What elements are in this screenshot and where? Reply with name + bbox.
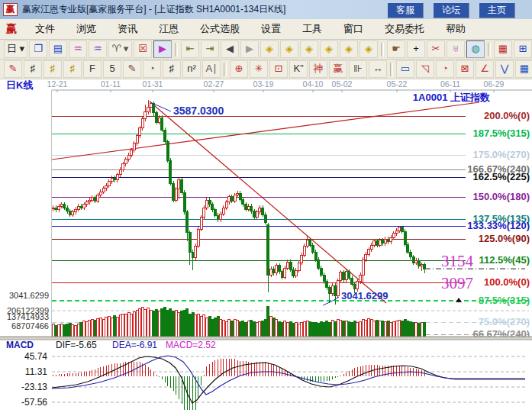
chart-text: 04-10 [303, 79, 324, 89]
menu-item-7[interactable]: 窗口 [333, 19, 374, 39]
kline-period-button[interactable]: 日 ▾ [4, 40, 27, 58]
chart-text: -23.13 [21, 382, 47, 392]
menu-item-8[interactable]: 交易委托 [374, 19, 435, 39]
menu-item-4[interactable]: 公式选股 [189, 19, 250, 39]
candle-body [147, 107, 150, 112]
cycle-tool-button[interactable]: ◍ [466, 40, 485, 58]
candle-body [365, 254, 367, 260]
candle-body [105, 185, 108, 189]
pin-tool-button[interactable]: ♈ ▾ [108, 40, 132, 58]
gann-diamond-3-button[interactable]: ◈ [300, 40, 318, 58]
chart-text: 137414933 [7, 312, 49, 321]
gann-diamond-5-button[interactable]: ◈ [340, 40, 358, 58]
macd-header: MACD DIF=-5.65 DEA=-6.91 MACD=2.52 [0, 340, 532, 350]
volume-bar [158, 311, 160, 337]
gann-diamond-6-button[interactable]: ◈ [360, 40, 378, 58]
volume-bar [298, 324, 300, 337]
candle-body [122, 164, 124, 169]
price-chart[interactable]: 12-2101-1101-3102-2703-1904-1005-0205-22… [0, 79, 532, 416]
kline-mark-button[interactable]: K” [289, 60, 308, 78]
square-target-button[interactable]: ⊡ [269, 60, 288, 78]
fan-square-button[interactable]: ⊠ [456, 60, 474, 78]
fence-1-button[interactable]: ♯ [24, 60, 42, 78]
menu-item-1[interactable]: 浏览 [66, 19, 107, 39]
target-circle-button[interactable]: ⊕ [230, 60, 248, 78]
volume-bar [348, 321, 350, 337]
candle-body [91, 198, 93, 200]
first-bar-button[interactable]: ⇤ [181, 40, 199, 58]
menu-item-2[interactable]: 资讯 [107, 19, 148, 39]
candle-body [398, 227, 401, 231]
pencil-2-button[interactable]: ✎ [123, 60, 141, 78]
fan-lines-button[interactable]: ◹ [416, 60, 434, 78]
clock-tool-button[interactable]: ◔ [143, 60, 161, 78]
volume-bar [169, 308, 172, 337]
wave-3-button[interactable]: ♒ [69, 40, 87, 58]
chart-text: 75.0%(270) [479, 316, 530, 327]
macd-value: MACD=2.52 [166, 340, 216, 350]
candle-body [306, 240, 308, 246]
shen-tool-button[interactable]: 神 [309, 60, 327, 78]
volume-bar [415, 323, 418, 337]
wave-v-button[interactable]: ⋁ [495, 60, 514, 78]
quote-list-button[interactable]: ▤ [49, 40, 67, 58]
text-tool-button[interactable]: A∣ [202, 60, 221, 78]
candle-body [286, 262, 289, 268]
volume-bar [281, 322, 283, 337]
ruler-123-button[interactable]: ⊪ [349, 60, 367, 78]
square-of-nine-button[interactable]: n² [182, 60, 201, 78]
star-target-button[interactable]: ✳ [250, 60, 268, 78]
menu-item-3[interactable]: 江恩 [148, 19, 189, 39]
volume-bar [387, 321, 389, 337]
calculator-button[interactable]: ⊞ [514, 40, 532, 58]
fence-2-button[interactable]: ♯ [163, 60, 181, 78]
festival-tool-button[interactable]: ♅ [447, 40, 465, 58]
volume-bar [392, 321, 395, 337]
volume-bar [326, 321, 328, 337]
box-tool-button[interactable]: ▭ [396, 60, 414, 78]
menu-item-0[interactable]: 文件 [24, 19, 66, 39]
grid-tool-button[interactable]: ▦ [515, 60, 532, 78]
candle-body [234, 195, 236, 201]
candle-body [314, 252, 317, 260]
gann-diamond-4-button[interactable]: ◈ [320, 40, 338, 58]
gann-diamond-1-button[interactable]: ◈ [260, 40, 279, 58]
gann-diamond-2-button[interactable]: ◈ [280, 40, 298, 58]
menu-item-6[interactable]: 工具 [292, 19, 333, 39]
fence-gold-2-button[interactable]: ♯ [63, 60, 82, 78]
last-bar-button[interactable]: ⇥ [201, 40, 219, 58]
fan-arc-button[interactable]: ◔ [436, 60, 454, 78]
volume-bar [58, 324, 60, 337]
menu-item-5[interactable]: 设置 [250, 19, 292, 39]
info-window-button[interactable]: ❐ [29, 40, 47, 58]
toolbar-separator [390, 63, 393, 76]
candle-body [362, 260, 364, 275]
volume-bar [362, 319, 364, 337]
angle-tool-button[interactable]: ∠ [476, 60, 494, 78]
wave-9-button[interactable]: ♒ [89, 40, 107, 58]
candle-body [83, 205, 85, 208]
menu-logo-icon: 赢 [6, 22, 17, 36]
chart-view-button[interactable]: ▶ [153, 40, 172, 58]
chart-area[interactable]: 12-2101-1101-3102-2703-1904-1005-0205-22… [0, 79, 532, 416]
prev-bar-button[interactable]: ◀ [221, 40, 239, 58]
home-button[interactable]: 主页 [479, 2, 515, 18]
menu-item-9[interactable]: 帮助 [435, 19, 476, 39]
volume-bar [175, 310, 177, 337]
coil-5-button[interactable]: 5 [103, 60, 121, 78]
hand-tool-button[interactable]: ☛ [387, 40, 405, 58]
pencil-red-button[interactable]: ✎ [4, 60, 22, 78]
forum-button[interactable]: 论坛 [433, 2, 469, 18]
width-tool-button[interactable]: ↔ [369, 60, 387, 78]
candle-body [141, 119, 143, 128]
measure-tool-button[interactable]: ✂ [427, 40, 445, 58]
crosshair-tool-button[interactable]: + [407, 40, 425, 58]
candle-body [404, 231, 406, 244]
fib-tool-button[interactable]: F [83, 60, 102, 78]
customer-service-button[interactable]: 客服 [387, 2, 424, 18]
fence-gold-1-button[interactable]: ♯ [44, 60, 62, 78]
ying-tool-button[interactable]: 赢 [329, 60, 347, 78]
region-tool-button[interactable]: ☒ [134, 40, 152, 58]
calendar-button[interactable]: ▦ [494, 40, 512, 58]
next-bar-button[interactable]: ▶ [240, 40, 259, 58]
